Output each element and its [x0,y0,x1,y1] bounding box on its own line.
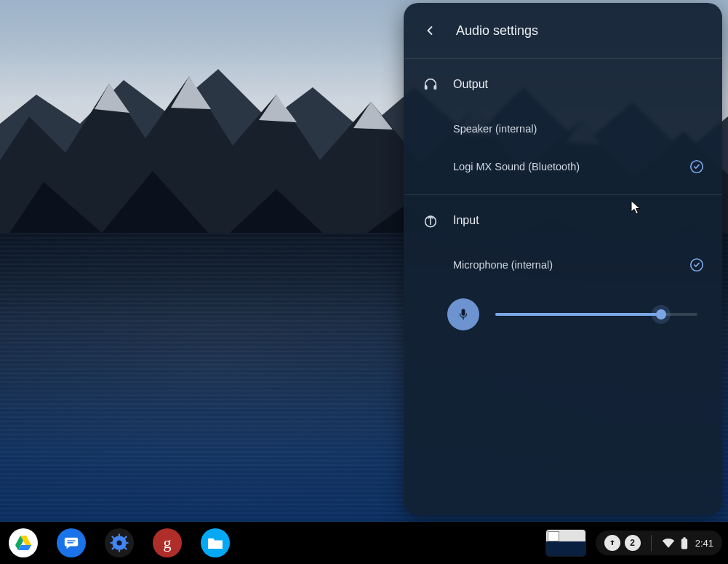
messages-icon [63,535,79,551]
window-preview-thumbnail[interactable] [546,530,585,556]
svg-rect-17 [681,539,687,549]
update-badge [604,535,620,551]
svg-rect-0 [425,85,428,90]
svg-rect-1 [433,85,436,90]
status-tray[interactable]: 2 2:41 [596,531,722,555]
notification-badges[interactable]: 2 [604,535,641,551]
back-button[interactable] [417,17,443,44]
taskbar: g 2 2:41 [0,522,728,564]
panel-title: Audio settings [456,23,538,39]
panel-header: Audio settings [404,3,722,58]
input-arrow-icon [423,213,439,229]
app-settings[interactable] [105,528,134,557]
svg-rect-12 [125,542,128,544]
svg-rect-5 [68,540,76,541]
input-option-microphone[interactable]: Microphone (internal) [404,246,722,284]
app-messages[interactable] [57,528,86,557]
mic-gain-row [404,284,722,345]
check-circle-icon [689,159,705,175]
notification-count-badge: 2 [625,535,641,551]
output-option-label: Logi MX Sound (Bluetooth) [453,161,580,172]
folder-icon [207,536,223,549]
tray-separator [651,535,652,551]
tray-status-icons: 2:41 [662,537,713,549]
pinned-apps: g [6,528,230,557]
output-option-bluetooth[interactable]: Logi MX Sound (Bluetooth) [404,148,722,186]
google-drive-icon [15,535,32,551]
check-circle-icon [689,257,705,273]
arrow-up-icon [608,539,617,547]
svg-rect-6 [68,542,73,543]
output-option-label: Speaker (internal) [453,123,537,135]
wifi-icon [662,538,675,548]
slider-fill [495,313,661,316]
input-option-label: Microphone (internal) [453,259,553,271]
svg-rect-9 [119,534,120,537]
headphones-icon [423,76,439,92]
microphone-icon [456,307,471,322]
app-google-drive[interactable] [9,528,38,557]
app-groovypost[interactable]: g [153,528,182,557]
output-heading: Output [453,78,488,91]
svg-rect-11 [111,542,113,544]
svg-rect-18 [683,537,685,539]
svg-rect-10 [119,549,120,552]
chevron-left-icon [423,23,437,38]
clock: 2:41 [695,538,713,549]
audio-settings-panel: Audio settings Output Speaker (internal)… [404,3,722,515]
slider-thumb[interactable] [656,309,666,319]
gear-icon [110,533,129,552]
app-files[interactable] [201,528,230,557]
output-section-header: Output [404,59,722,110]
input-section-header: Input [404,195,722,246]
input-heading: Input [453,214,479,227]
svg-point-8 [116,540,121,545]
output-option-speaker[interactable]: Speaker (internal) [404,110,722,148]
mic-gain-slider[interactable] [495,306,697,323]
battery-icon [681,537,688,549]
mic-toggle-button[interactable] [447,298,479,330]
groovypost-icon: g [164,533,172,552]
